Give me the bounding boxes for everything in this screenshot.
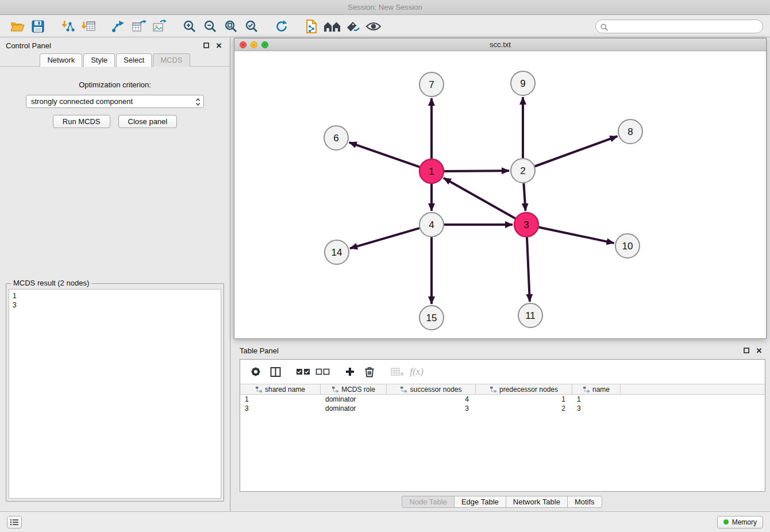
graph-edge-2-8[interactable] <box>535 136 618 166</box>
tab-motifs[interactable]: Motifs <box>567 496 602 508</box>
table-panel-close-button[interactable]: ✕ <box>754 345 764 356</box>
open-session-button[interactable] <box>7 18 28 35</box>
mcds-result-list[interactable]: 13 <box>9 289 221 499</box>
search-input[interactable] <box>595 20 763 33</box>
annotation-button[interactable] <box>342 18 363 35</box>
select-all-columns-button[interactable] <box>294 363 311 380</box>
network-graph[interactable]: 7968124314101511 <box>234 51 766 338</box>
refresh-view-button[interactable] <box>271 18 292 35</box>
tab-mcds[interactable]: MCDS <box>153 53 190 67</box>
table-cell[interactable]: 4 <box>387 395 476 404</box>
mcds-result-group: MCDS result (2 nodes) 13 <box>6 283 224 502</box>
first-neighbors-button[interactable] <box>322 18 342 35</box>
close-window-icon[interactable]: × <box>240 41 247 48</box>
column-header-shared-name[interactable]: shared name <box>240 384 321 394</box>
tab-network-table[interactable]: Network Table <box>506 496 568 508</box>
table-settings-button[interactable] <box>247 363 264 380</box>
document-network-icon <box>305 19 318 34</box>
refresh-icon <box>275 20 288 33</box>
svg-text:2: 2 <box>520 165 525 176</box>
graph-edge-2-3[interactable] <box>523 183 525 211</box>
delete-columns-button[interactable] <box>361 363 378 380</box>
graph-node-14[interactable]: 14 <box>325 240 349 264</box>
close-panel-button[interactable]: Close panel <box>118 115 178 128</box>
apply-layout-button[interactable] <box>301 18 322 35</box>
network-canvas[interactable]: 7968124314101511 <box>234 51 766 338</box>
zoom-fit-button[interactable] <box>221 18 241 35</box>
tab-edge-table[interactable]: Edge Table <box>454 496 506 508</box>
table-row[interactable]: 1dominator411 <box>240 395 765 404</box>
svg-text:4: 4 <box>429 219 434 230</box>
column-header-predecessor-nodes[interactable]: predecessor nodes <box>476 384 572 394</box>
memory-button[interactable]: Memory <box>717 516 763 529</box>
graph-edge-4-14[interactable] <box>350 228 419 248</box>
column-header-name[interactable]: name <box>572 384 621 394</box>
table-panel-float-button[interactable] <box>741 345 752 356</box>
zoom-window-icon[interactable]: + <box>261 41 268 48</box>
table-cell[interactable]: 1 <box>476 395 572 404</box>
graph-node-9[interactable]: 9 <box>511 71 535 95</box>
graph-node-4[interactable]: 4 <box>419 213 444 237</box>
export-image-button[interactable] <box>149 18 170 35</box>
table-cell[interactable]: 3 <box>572 404 621 413</box>
graph-edge-3-1[interactable] <box>444 178 515 218</box>
criterion-dropdown[interactable]: strongly connected component <box>26 95 204 108</box>
graph-node-2[interactable]: 2 <box>511 159 535 183</box>
graph-node-15[interactable]: 15 <box>419 306 444 330</box>
zoom-selected-button[interactable] <box>241 18 262 35</box>
save-session-button[interactable] <box>28 18 48 35</box>
graph-node-7[interactable]: 7 <box>419 72 444 97</box>
function-builder-button[interactable]: f(x) <box>408 363 425 380</box>
zoom-out-button[interactable] <box>200 18 221 35</box>
houses-icon <box>324 20 341 33</box>
create-column-button[interactable] <box>341 363 359 380</box>
new-table-button[interactable] <box>129 18 149 35</box>
delete-table-button[interactable] <box>388 363 406 380</box>
table-toolbar: f(x) <box>240 360 765 384</box>
new-network-button[interactable] <box>108 18 129 35</box>
table-cell[interactable]: dominator <box>321 404 387 413</box>
deselect-all-columns-button[interactable] <box>314 363 331 380</box>
table-row[interactable]: 3dominator323 <box>240 404 765 413</box>
minimize-window-icon[interactable]: − <box>251 41 257 48</box>
table-cell[interactable]: 3 <box>387 404 476 413</box>
table-cell[interactable]: 1 <box>240 395 321 404</box>
tab-node-table[interactable]: Node Table <box>402 496 455 508</box>
graph-edge-3-11[interactable] <box>527 237 530 302</box>
network-window-titlebar[interactable]: × − + scc.txt <box>234 38 766 51</box>
show-hide-graphics-button[interactable] <box>363 18 384 35</box>
table-cell[interactable]: dominator <box>321 395 387 404</box>
tab-network[interactable]: Network <box>40 53 82 67</box>
graph-node-1[interactable]: 1 <box>419 159 444 183</box>
graph-node-3[interactable]: 3 <box>514 213 538 237</box>
svg-text:10: 10 <box>622 241 633 252</box>
tab-select[interactable]: Select <box>116 53 152 67</box>
graph-edge-3-10[interactable] <box>539 228 614 244</box>
graph-node-8[interactable]: 8 <box>618 119 642 144</box>
app-titlebar[interactable]: Session: New Session <box>0 0 770 15</box>
run-mcds-button[interactable]: Run MCDS <box>53 115 110 128</box>
svg-text:9: 9 <box>520 78 525 89</box>
graph-edge-1-6[interactable] <box>349 142 420 167</box>
eye-icon <box>365 21 382 32</box>
graph-node-10[interactable]: 10 <box>615 234 640 258</box>
show-columns-button[interactable] <box>267 363 284 380</box>
gear-icon <box>250 366 261 377</box>
table-cell[interactable]: 2 <box>476 404 572 413</box>
task-history-button[interactable] <box>7 516 22 529</box>
graph-edge-1-2[interactable] <box>444 171 509 171</box>
zoom-in-button[interactable] <box>179 18 200 35</box>
control-panel-close-button[interactable]: ✕ <box>214 40 224 51</box>
export-image-icon <box>152 20 167 33</box>
graph-node-6[interactable]: 6 <box>324 126 348 150</box>
tab-style[interactable]: Style <box>83 53 115 67</box>
table-cell[interactable]: 3 <box>240 404 321 413</box>
column-header-successor-nodes[interactable]: successor nodes <box>387 384 476 394</box>
graph-node-11[interactable]: 11 <box>518 303 542 327</box>
control-panel-float-button[interactable] <box>201 40 211 51</box>
mcds-result-line: 1 <box>13 291 217 300</box>
import-network-button[interactable] <box>57 18 78 35</box>
import-table-button[interactable] <box>78 18 99 35</box>
table-cell[interactable]: 1 <box>572 395 621 404</box>
column-header-mcds-role[interactable]: MCDS role <box>321 384 387 394</box>
